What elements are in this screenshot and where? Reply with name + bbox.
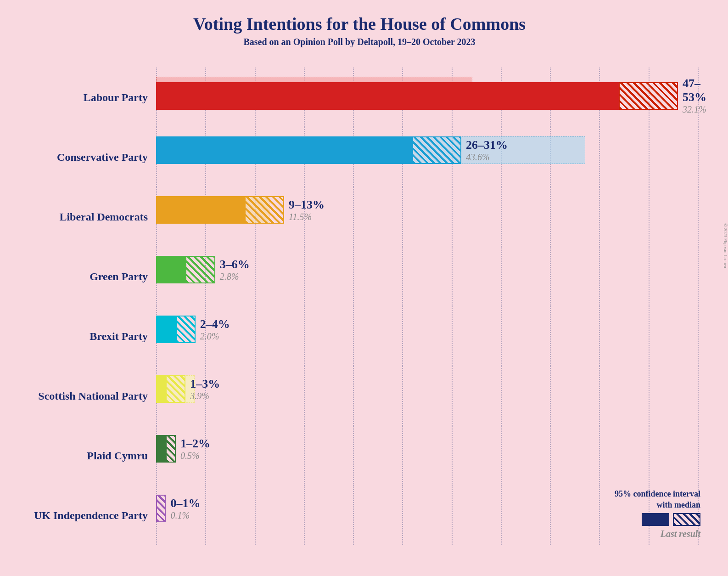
bar-solid-conservative bbox=[156, 136, 412, 164]
bar-last-text-brexit: 2.0% bbox=[200, 331, 230, 342]
party-label-snp: Scottish National Party bbox=[9, 390, 156, 403]
bar-last-text-snp: 3.9% bbox=[190, 391, 220, 401]
bar-labels-ukip: 0–1%0.1% bbox=[170, 497, 200, 521]
party-label-labour: Labour Party bbox=[9, 91, 156, 104]
bar-hatch-green bbox=[185, 256, 215, 283]
bar-last-text-green: 2.8% bbox=[220, 271, 250, 282]
bar-solid-green bbox=[156, 256, 185, 283]
bar-range-libdem: 9–13% bbox=[289, 198, 325, 212]
chart-area: Labour Party47–53%32.1%Conservative Part… bbox=[9, 68, 710, 545]
bar-area-labour: 47–53%32.1% bbox=[156, 68, 710, 127]
bar-last-text-ukip: 0.1% bbox=[170, 510, 200, 521]
bar-area-plaid: 1–2%0.5% bbox=[156, 426, 710, 486]
bar-labels-brexit: 2–4%2.0% bbox=[200, 317, 230, 342]
party-row-green: Green Party3–6%2.8% bbox=[9, 247, 710, 306]
bar-solid-labour bbox=[156, 82, 619, 110]
bar-area-brexit: 2–4%2.0% bbox=[156, 306, 710, 366]
bar-hatch-labour bbox=[619, 82, 678, 110]
bar-range-plaid: 1–2% bbox=[180, 437, 210, 451]
bar-row-plaid: 1–2%0.5% bbox=[156, 435, 710, 463]
chart-container: Voting Intentions for the House of Commo… bbox=[0, 0, 728, 576]
bar-area-green: 3–6%2.8% bbox=[156, 247, 710, 306]
bar-hatch-brexit bbox=[176, 316, 196, 343]
bar-range-green: 3–6% bbox=[220, 258, 250, 271]
bar-solid-plaid bbox=[156, 435, 166, 463]
bar-area-snp: 1–3%3.9% bbox=[156, 366, 710, 426]
party-row-labour: Labour Party47–53%32.1% bbox=[9, 68, 710, 127]
bar-hatch-conservative bbox=[412, 136, 461, 164]
bar-range-brexit: 2–4% bbox=[200, 317, 230, 331]
bar-hatch-libdem bbox=[245, 196, 284, 224]
bar-solid-snp bbox=[156, 375, 166, 403]
bar-row-conservative: 26–31%43.6% bbox=[156, 136, 710, 164]
bar-last-text-libdem: 11.5% bbox=[289, 212, 325, 222]
party-label-conservative: Conservative Party bbox=[9, 151, 156, 164]
bar-row-libdem: 9–13%11.5% bbox=[156, 196, 710, 224]
party-row-ukip: UK Independence Party0–1%0.1% bbox=[9, 486, 710, 545]
bar-labels-green: 3–6%2.8% bbox=[220, 258, 250, 282]
chart-title: Voting Intentions for the House of Commo… bbox=[9, 14, 710, 34]
party-label-green: Green Party bbox=[9, 270, 156, 283]
party-label-plaid: Plaid Cymru bbox=[9, 449, 156, 463]
bar-range-labour: 47–53% bbox=[683, 77, 710, 104]
bar-area-conservative: 26–31%43.6% bbox=[156, 127, 710, 187]
bar-row-brexit: 2–4%2.0% bbox=[156, 316, 710, 343]
bar-row-ukip: 0–1%0.1% bbox=[156, 495, 710, 522]
bar-last-text-labour: 32.1% bbox=[683, 104, 710, 115]
bar-labels-libdem: 9–13%11.5% bbox=[289, 198, 325, 222]
bar-hatch-snp bbox=[166, 375, 185, 403]
party-row-snp: Scottish National Party1–3%3.9% bbox=[9, 366, 710, 426]
bar-area-libdem: 9–13%11.5% bbox=[156, 187, 710, 247]
party-row-libdem: Liberal Democrats9–13%11.5% bbox=[9, 187, 710, 247]
legend-last-label: Last result bbox=[661, 529, 700, 539]
party-label-libdem: Liberal Democrats bbox=[9, 210, 156, 224]
bar-hatch-ukip bbox=[156, 495, 166, 522]
chart-subtitle: Based on an Opinion Poll by Deltapoll, 1… bbox=[9, 37, 710, 47]
bar-labels-plaid: 1–2%0.5% bbox=[180, 437, 210, 461]
bar-labels-labour: 47–53%32.1% bbox=[683, 77, 710, 115]
bar-last-text-plaid: 0.5% bbox=[180, 451, 210, 461]
party-row-brexit: Brexit Party2–4%2.0% bbox=[9, 306, 710, 366]
party-label-ukip: UK Independence Party bbox=[9, 509, 156, 522]
bar-row-labour: 47–53%32.1% bbox=[156, 77, 710, 115]
bar-labels-snp: 1–3%3.9% bbox=[190, 377, 220, 401]
bar-solid-brexit bbox=[156, 316, 176, 343]
bar-range-ukip: 0–1% bbox=[170, 497, 200, 510]
bar-row-green: 3–6%2.8% bbox=[156, 256, 710, 283]
party-row-conservative: Conservative Party26–31%43.6% bbox=[9, 127, 710, 187]
bar-labels-conservative: 26–31%43.6% bbox=[466, 138, 508, 163]
bar-last-text-conservative: 43.6% bbox=[466, 152, 508, 163]
party-label-brexit: Brexit Party bbox=[9, 330, 156, 343]
copyright: © 2023 Flip van Laenen bbox=[723, 223, 728, 268]
bar-range-conservative: 26–31% bbox=[466, 138, 508, 152]
party-row-plaid: Plaid Cymru1–2%0.5% bbox=[9, 426, 710, 486]
bar-row-snp: 1–3%3.9% bbox=[156, 375, 710, 403]
bar-hatch-plaid bbox=[166, 435, 175, 463]
bar-range-snp: 1–3% bbox=[190, 377, 220, 391]
bar-solid-libdem bbox=[156, 196, 245, 224]
